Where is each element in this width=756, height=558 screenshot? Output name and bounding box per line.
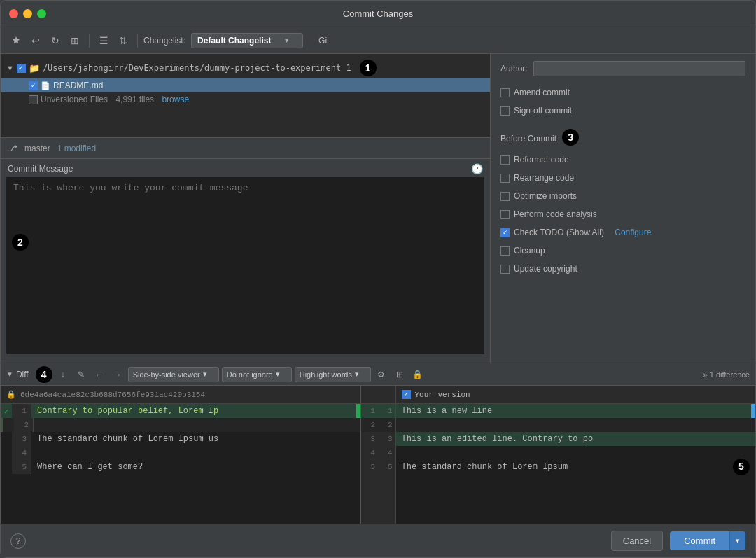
changelist-dropdown[interactable]: Default Changelist ▾ <box>191 33 303 48</box>
commit-button[interactable]: Commit <box>670 531 729 550</box>
commit-arrow-icon: ▾ <box>736 536 740 545</box>
reformat-code-row[interactable]: Reformat code <box>500 153 746 166</box>
center-right-nums: 1 2 3 4 5 <box>378 404 396 474</box>
viewer-dropdown[interactable]: Side-by-side viewer ▾ <box>128 367 219 382</box>
undo-button[interactable]: ↩ <box>27 32 44 49</box>
ignore-dropdown[interactable]: Do not ignore ▾ <box>222 367 292 382</box>
diff-down-button[interactable]: ↓ <box>55 367 71 382</box>
help-button[interactable]: ? <box>10 533 26 549</box>
perform-code-analysis-checkbox[interactable] <box>500 210 510 219</box>
line-content-right-2 <box>396 418 756 432</box>
update-copyright-checkbox[interactable] <box>500 265 510 274</box>
right-version-checkbox[interactable]: ✓ <box>402 390 411 399</box>
main-content: ▼ ✓ 📁 /Users/jahongirr/DevExperiments/du… <box>1 54 755 363</box>
perform-code-analysis-row[interactable]: Perform code analysis <box>500 208 746 221</box>
bottom-bar: ? Cancel Commit ▾ <box>1 524 755 557</box>
root-checkbox[interactable]: ✓ <box>17 64 26 73</box>
check-todo-row[interactable]: ✓ Check TODO (Show All) Configure <box>500 226 746 239</box>
check-todo-checkmark: ✓ <box>503 229 508 236</box>
author-input[interactable] <box>533 61 746 76</box>
pin-button[interactable] <box>8 32 24 49</box>
ignore-chevron-icon: ▾ <box>276 370 280 379</box>
cln-5: 5 <box>361 460 379 474</box>
cancel-button[interactable]: Cancel <box>611 531 663 551</box>
sign-off-checkbox[interactable] <box>500 106 510 116</box>
bottom-right: Cancel Commit ▾ <box>611 531 746 551</box>
diff-left-line-1: ✓ 1 Contrary to popular belief, Lorem Ip <box>1 404 360 418</box>
unversioned-label: Unversioned Files <box>41 95 108 104</box>
collapse-all-button[interactable]: ⇅ <box>115 32 132 49</box>
diff-forward-button[interactable]: → <box>110 367 125 382</box>
folder-icon: 📁 <box>29 63 40 74</box>
group-button[interactable]: ⊞ <box>66 32 83 49</box>
chevron-down-icon: ▾ <box>285 36 288 44</box>
commit-message-input[interactable] <box>6 177 484 354</box>
amend-commit-label: Amend commit <box>514 88 570 97</box>
file-checkbox[interactable]: ✓ <box>29 81 38 90</box>
amend-commit-row[interactable]: Amend commit <box>500 86 746 99</box>
version-checkmark: ✓ <box>404 391 407 398</box>
minimize-button[interactable] <box>23 9 32 18</box>
commit-dropdown-button[interactable]: ▾ <box>729 531 746 550</box>
line-num-left-3: 3 <box>12 432 31 446</box>
traffic-lights <box>9 9 46 18</box>
root-path: /Users/jahongirr/DevExperiments/dummy-pr… <box>43 63 351 73</box>
crn-4: 4 <box>378 446 396 460</box>
main-window: Commit Changes ↩ ↻ ⊞ ☰ ⇅ Changelist: Def… <box>0 0 756 558</box>
cleanup-row[interactable]: Cleanup <box>500 244 746 257</box>
unversioned-checkbox[interactable] <box>29 95 38 104</box>
changelist-label: Changelist: <box>144 36 186 46</box>
cleanup-label: Cleanup <box>514 246 545 256</box>
lock-icon: 🔒 <box>6 390 16 399</box>
sign-off-row[interactable]: Sign-off commit <box>500 104 746 117</box>
amend-commit-checkbox[interactable] <box>500 88 510 97</box>
diff-settings-button[interactable]: ⚙ <box>374 367 389 382</box>
separator-1 <box>89 34 90 48</box>
diff-lock-button[interactable]: 🔒 <box>410 367 426 382</box>
commit-message-area: Commit Message 🕐 2 <box>1 159 490 363</box>
diff-back-button[interactable]: ← <box>92 367 107 382</box>
browse-link[interactable]: browse <box>162 95 189 104</box>
cleanup-checkbox[interactable] <box>500 246 510 256</box>
author-label: Author: <box>500 64 528 74</box>
optimize-imports-checkbox[interactable] <box>500 192 510 201</box>
commit-button-group: Commit ▾ <box>670 531 746 550</box>
line-content-right-1: This is a new line <box>396 404 752 418</box>
diff-left-line-4: 4 <box>1 446 360 460</box>
title-bar: Commit Changes <box>1 1 755 27</box>
question-mark-icon: ? <box>16 536 21 546</box>
check-todo-checkbox[interactable]: ✓ <box>500 228 510 237</box>
sign-off-label: Sign-off commit <box>514 106 572 116</box>
crn-3: 3 <box>378 432 396 446</box>
diff-columns-button[interactable]: ⊞ <box>392 367 407 382</box>
tree-root-row[interactable]: ▼ ✓ 📁 /Users/jahongirr/DevExperiments/du… <box>1 57 490 78</box>
optimize-imports-row[interactable]: Optimize imports <box>500 190 746 202</box>
diff-left-header: 🔒 6de4a6a4ca1e82c3b688d7656fe931ac420b31… <box>1 386 360 404</box>
expand-all-button[interactable]: ☰ <box>95 32 112 49</box>
line-content-left-3: The standard chunk of Lorem Ipsum us <box>31 432 360 446</box>
right-indicator-1 <box>751 404 755 418</box>
close-button[interactable] <box>9 9 18 18</box>
diff-right-line-4 <box>396 446 756 460</box>
line-content-left-5: Where can I get some? <box>31 460 360 474</box>
update-copyright-row[interactable]: Update copyright <box>500 263 746 275</box>
git-tab[interactable]: Git <box>314 34 333 47</box>
rearrange-code-checkbox[interactable] <box>500 174 510 183</box>
maximize-button[interactable] <box>37 9 46 18</box>
reformat-code-label: Reformat code <box>514 155 569 165</box>
crn-5: 5 <box>378 460 396 474</box>
unversioned-count: 4,991 files <box>115 95 154 104</box>
rearrange-code-row[interactable]: Rearrange code <box>500 172 746 184</box>
diff-left-lines: ✓ 1 Contrary to popular belief, Lorem Ip… <box>1 404 360 474</box>
configure-link[interactable]: Configure <box>615 228 651 237</box>
readme-file-row[interactable]: ✓ 📄 README.md <box>1 78 490 92</box>
refresh-button[interactable]: ↻ <box>47 32 64 49</box>
diff-collapse-icon[interactable]: ▼ <box>6 370 13 378</box>
highlight-dropdown[interactable]: Highlight words ▾ <box>295 367 371 382</box>
center-line-nums: 1 2 3 4 5 1 2 3 4 5 <box>361 386 396 524</box>
diff-left-panel: 🔒 6de4a6a4ca1e82c3b688d7656fe931ac420b31… <box>1 386 361 524</box>
reformat-code-checkbox[interactable] <box>500 155 510 165</box>
diff-edit-button[interactable]: ✎ <box>74 367 89 382</box>
unversioned-row[interactable]: Unversioned Files 4,991 files browse <box>1 92 490 106</box>
label-4: 4 <box>36 366 52 383</box>
